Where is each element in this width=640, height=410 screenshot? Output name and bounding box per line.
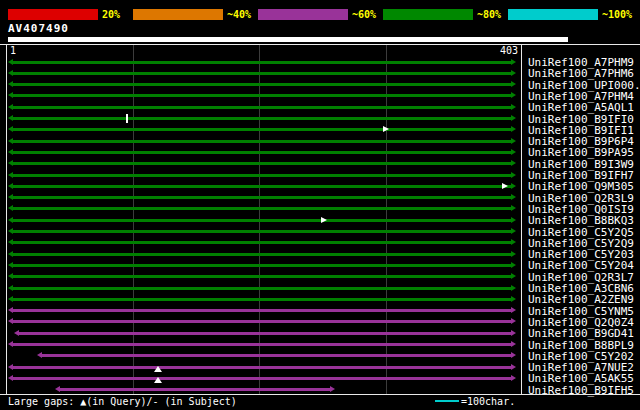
alignment-bar[interactable] <box>8 137 516 146</box>
bar-right-arrow-icon <box>511 296 516 302</box>
scale-segment-label: 20% <box>102 9 120 20</box>
tick-marker-icon <box>126 114 128 123</box>
alignment-bar[interactable] <box>8 69 516 78</box>
alignment-bar[interactable] <box>55 385 335 394</box>
alignment-bar[interactable] <box>8 159 516 168</box>
bar-line <box>12 309 512 312</box>
arrow-marker-icon <box>321 217 327 223</box>
bar-right-arrow-icon <box>511 126 516 132</box>
bar-line <box>12 298 512 301</box>
plot-border-top <box>0 44 640 45</box>
bar-right-arrow-icon <box>511 364 516 370</box>
alignment-bar[interactable] <box>8 58 516 67</box>
bar-right-arrow-icon <box>511 205 516 211</box>
arrow-marker-icon <box>383 126 389 132</box>
alignment-bar[interactable] <box>8 91 516 100</box>
bar-right-arrow-icon <box>511 375 516 381</box>
bar-right-arrow-icon <box>511 307 516 313</box>
scale-segment-4 <box>383 9 473 20</box>
alignment-bar[interactable] <box>8 317 516 326</box>
ruler-start-position: 1 <box>10 46 16 56</box>
alignment-bar[interactable] <box>8 261 516 270</box>
scale-segment-3 <box>258 9 348 20</box>
alignment-bar[interactable] <box>8 363 516 372</box>
bar-line <box>12 377 512 380</box>
alignment-bar[interactable] <box>8 227 516 236</box>
bar-line <box>12 83 512 86</box>
bar-line <box>12 174 512 177</box>
alignment-bar[interactable] <box>8 284 516 293</box>
bar-right-arrow-icon <box>511 104 516 110</box>
bar-line <box>12 241 512 244</box>
scale-dash-icon <box>435 400 459 402</box>
bar-right-arrow-icon <box>511 262 516 268</box>
bar-right-arrow-icon <box>511 138 516 144</box>
query-sequence-bar <box>8 37 568 42</box>
alignment-bar[interactable] <box>8 171 516 180</box>
bar-right-arrow-icon <box>511 149 516 155</box>
hit-label: UniRef100_B8BKQ3 <box>528 215 634 226</box>
bar-right-arrow-icon <box>511 217 516 223</box>
scale-segment-label: ~40% <box>227 9 251 20</box>
alignment-bar[interactable] <box>8 216 516 225</box>
bar-right-arrow-icon <box>511 92 516 98</box>
gap-query-marker-icon <box>154 366 162 372</box>
plot-border-right <box>521 44 522 395</box>
large-gaps-legend: Large gaps: ▲(in Query)/- (in Subject) <box>8 397 237 407</box>
bar-right-arrow-icon <box>511 228 516 234</box>
bar-right-arrow-icon <box>330 386 335 392</box>
bar-line <box>59 388 331 391</box>
plot-border-left <box>6 44 7 395</box>
bar-line <box>12 264 512 267</box>
bar-line <box>12 343 512 346</box>
bar-line <box>18 332 512 335</box>
alignment-bar[interactable] <box>8 80 516 89</box>
bar-line <box>12 117 512 120</box>
bar-right-arrow-icon <box>511 273 516 279</box>
hit-label: UniRef100_A2ZEN9 <box>528 294 634 305</box>
bar-line <box>12 253 512 256</box>
bar-line <box>12 366 512 369</box>
bar-right-arrow-icon <box>511 352 516 358</box>
bar-right-arrow-icon <box>511 115 516 121</box>
alignment-bar[interactable] <box>8 374 516 383</box>
bar-right-arrow-icon <box>511 183 516 189</box>
alignment-bar[interactable] <box>8 295 516 304</box>
alignment-bar[interactable] <box>8 238 516 247</box>
alignment-bar[interactable] <box>8 306 516 315</box>
bar-right-arrow-icon <box>511 59 516 65</box>
bar-line <box>12 140 512 143</box>
alignment-bar[interactable] <box>8 125 516 134</box>
scale-segment-1 <box>8 9 98 20</box>
bar-right-arrow-icon <box>511 172 516 178</box>
bar-right-arrow-icon <box>511 285 516 291</box>
hit-label: UniRef100_C5Y204 <box>528 260 634 271</box>
gap-query-marker-icon <box>154 377 162 383</box>
bar-right-arrow-icon <box>511 341 516 347</box>
alignment-bar[interactable] <box>8 193 516 202</box>
alignment-bar[interactable] <box>8 250 516 259</box>
hit-label: UniRef100_A5AK55 <box>528 373 634 384</box>
alignment-bar[interactable] <box>37 351 516 360</box>
alignment-bar[interactable] <box>8 103 516 112</box>
bar-line <box>12 61 512 64</box>
bar-right-arrow-icon <box>511 81 516 87</box>
scale-legend: =100char. <box>435 397 515 407</box>
ruler-end-position: 403 <box>458 46 518 56</box>
alignment-bar[interactable] <box>8 340 516 349</box>
arrow-marker-icon <box>502 183 508 189</box>
alignment-bar[interactable] <box>8 114 516 123</box>
bar-line <box>12 128 512 131</box>
hit-label: UniRef100_A5AQL1 <box>528 102 634 113</box>
bar-right-arrow-icon <box>511 160 516 166</box>
alignment-bar[interactable] <box>8 148 516 157</box>
alignment-bar[interactable] <box>8 204 516 213</box>
alignment-bar[interactable] <box>8 272 516 281</box>
alignment-bar[interactable] <box>8 182 516 191</box>
hit-label: UniRef100_B9GD41 <box>528 328 634 339</box>
bar-right-arrow-icon <box>511 239 516 245</box>
identity-color-scale: 20%~40%~60%~80%~100% <box>8 9 636 20</box>
bar-line <box>12 219 512 222</box>
scale-segment-label: ~80% <box>477 9 501 20</box>
alignment-bar[interactable] <box>14 329 516 338</box>
